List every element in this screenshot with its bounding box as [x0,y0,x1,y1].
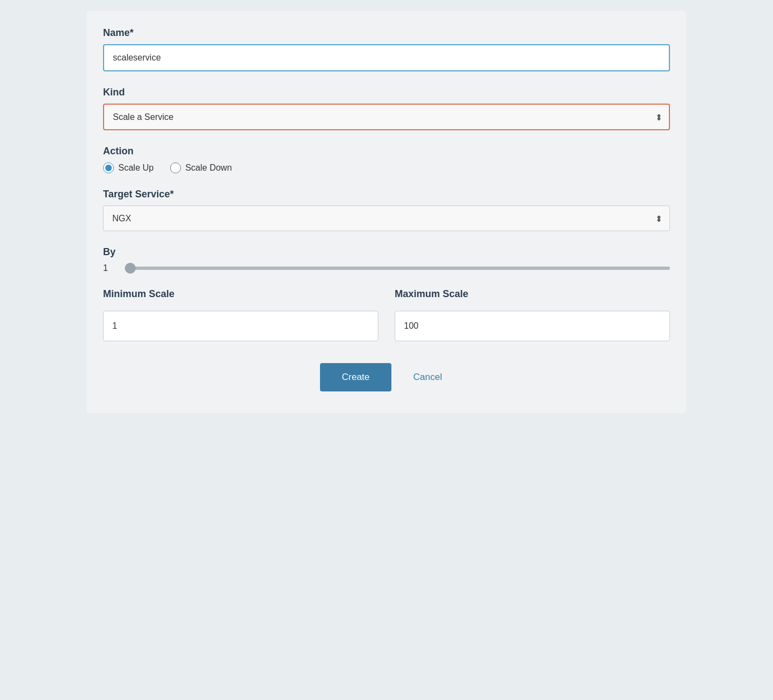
by-label: By [103,246,670,258]
action-label: Action [103,146,670,157]
scale-up-label: Scale Up [118,163,154,173]
scale-service-form: Name* Kind Scale a Service Scale Up Scal… [87,11,686,413]
scale-up-radio[interactable] [103,162,114,173]
min-scale-input[interactable] [103,311,378,341]
target-service-field-group: Target Service* NGX Service A Service B … [103,189,670,231]
kind-select[interactable]: Scale a Service Scale Up Scale Down [103,104,670,130]
kind-select-wrapper: Scale a Service Scale Up Scale Down ⬍ [103,104,670,130]
name-field-group: Name* [103,27,670,71]
action-radio-group: Scale Up Scale Down [103,162,670,173]
by-value-display: 1 [103,263,116,273]
scale-down-option[interactable]: Scale Down [170,162,232,173]
max-scale-label: Maximum Scale [395,288,670,300]
create-button[interactable]: Create [320,363,391,391]
min-scale-label: Minimum Scale [103,288,378,300]
by-slider[interactable] [125,267,670,270]
scale-up-option[interactable]: Scale Up [103,162,154,173]
cancel-button[interactable]: Cancel [402,363,453,391]
scale-down-radio[interactable] [170,162,181,173]
action-field-group: Action Scale Up Scale Down [103,146,670,173]
scale-row: Minimum Scale Maximum Scale [103,288,670,341]
button-row: Create Cancel [103,363,670,391]
kind-field-group: Kind Scale a Service Scale Up Scale Down… [103,87,670,130]
target-service-label: Target Service* [103,189,670,200]
target-select-wrapper: NGX Service A Service B ⬍ [103,206,670,231]
by-row: 1 [103,263,670,273]
scale-down-label: Scale Down [185,163,232,173]
kind-label: Kind [103,87,670,98]
min-scale-field: Minimum Scale [103,288,378,341]
name-label: Name* [103,27,670,39]
by-section: By 1 [103,246,670,273]
target-select[interactable]: NGX Service A Service B [103,206,670,231]
name-input[interactable] [103,44,670,71]
max-scale-input[interactable] [395,311,670,341]
max-scale-field: Maximum Scale [395,288,670,341]
